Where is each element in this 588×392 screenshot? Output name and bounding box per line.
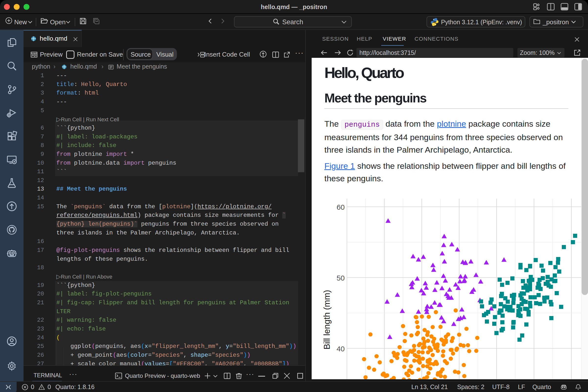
svg-text:50: 50 [337, 274, 345, 282]
svg-text:Bill length (mm): Bill length (mm) [322, 290, 332, 349]
svg-text:40: 40 [337, 345, 345, 353]
svg-text:60: 60 [337, 203, 345, 211]
